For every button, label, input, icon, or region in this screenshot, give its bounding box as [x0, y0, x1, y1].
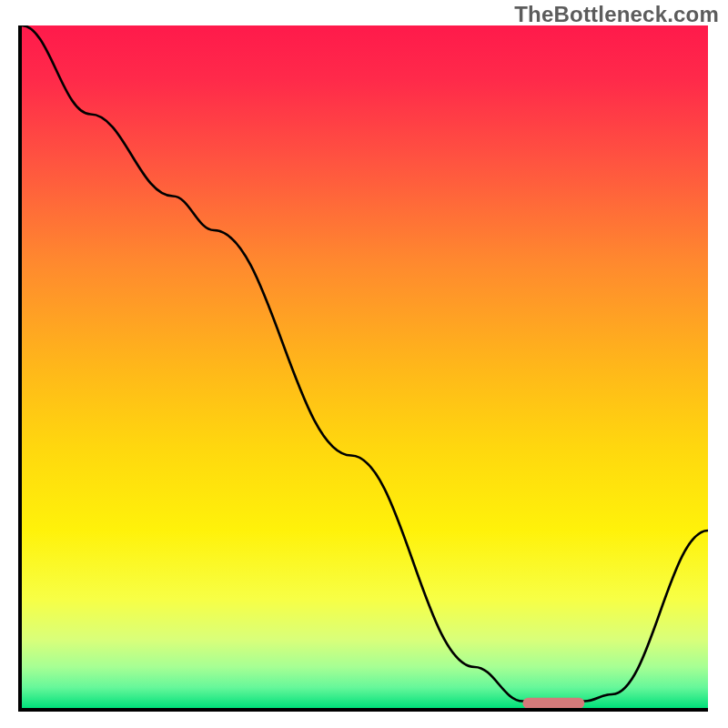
plot-area [18, 25, 708, 712]
watermark-text: TheBottleneck.com [514, 2, 719, 27]
curve-layer [22, 25, 708, 708]
bottleneck-curve [22, 25, 708, 702]
optimal-range-marker [522, 698, 584, 709]
chart-container: TheBottleneck.com [0, 0, 728, 728]
